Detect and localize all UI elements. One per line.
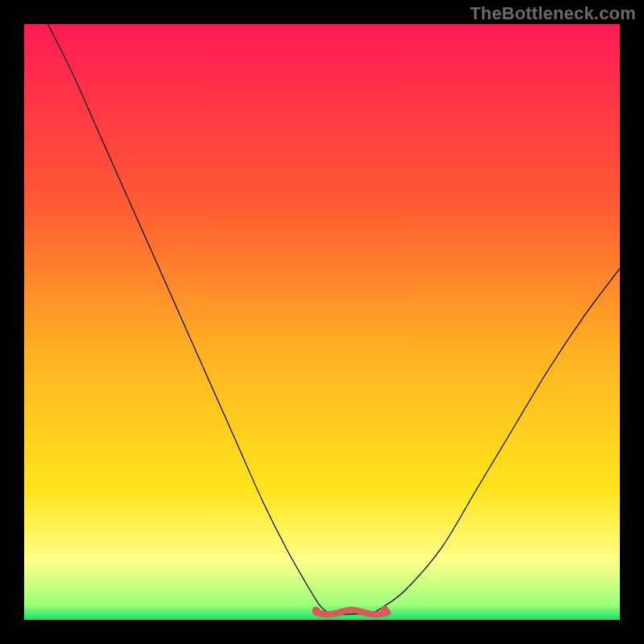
chart-frame: TheBottleneck.com xyxy=(0,0,644,644)
chart-plot-area xyxy=(24,24,620,620)
trough-dot-right xyxy=(381,606,389,614)
bottleneck-curve xyxy=(48,24,620,614)
chart-svg xyxy=(24,24,620,620)
trough-dot-left xyxy=(312,607,320,615)
watermark-label: TheBottleneck.com xyxy=(470,3,636,24)
